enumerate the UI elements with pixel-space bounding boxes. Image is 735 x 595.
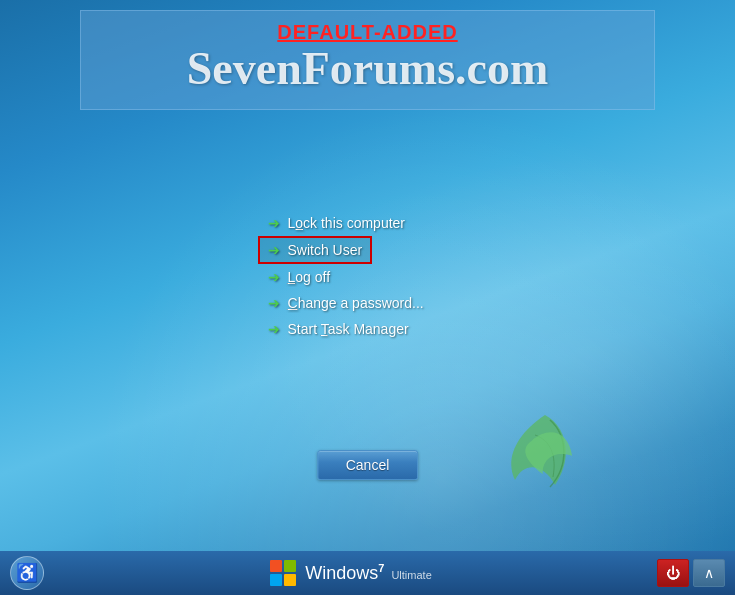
leaf-decoration: [495, 405, 575, 495]
task-manager-label: Start Task Manager: [288, 321, 409, 337]
accessibility-button[interactable]: ♿: [10, 556, 44, 590]
windows-label: Windows: [305, 563, 378, 583]
arrow-icon-password: ➔: [268, 295, 280, 311]
menu-container: ➔ Lock this computer ➔ Switch User ➔ Log…: [258, 210, 478, 342]
arrow-icon-taskman: ➔: [268, 321, 280, 337]
taskbar: ♿ Windows7 Ultimate ⏻ ∧: [0, 551, 735, 595]
svg-rect-2: [270, 574, 282, 586]
windows-logo: [269, 559, 297, 587]
chevron-up-icon: ∧: [704, 565, 714, 581]
menu-item-change-password[interactable]: ➔ Change a password...: [258, 290, 434, 316]
watermark-banner: DEFAULT-ADDED SevenForums.com: [80, 10, 655, 110]
windows-wordmark: Windows7 Ultimate: [305, 562, 432, 584]
taskbar-left: ♿: [10, 556, 44, 590]
arrow-icon-switch: ➔: [268, 242, 280, 258]
watermark-title: DEFAULT-ADDED: [101, 21, 634, 44]
watermark-site: SevenForums.com: [101, 44, 634, 95]
svg-rect-1: [284, 560, 296, 572]
svg-rect-0: [270, 560, 282, 572]
windows-edition: Ultimate: [391, 569, 431, 581]
power-button[interactable]: ⏻: [657, 559, 689, 587]
menu-item-lock[interactable]: ➔ Lock this computer: [258, 210, 416, 236]
taskbar-right: ⏻ ∧: [657, 559, 725, 587]
change-password-label: Change a password...: [288, 295, 424, 311]
svg-rect-3: [284, 574, 296, 586]
lock-label: Lock this computer: [288, 215, 406, 231]
menu-item-task-manager[interactable]: ➔ Start Task Manager: [258, 316, 419, 342]
logoff-label: Log off: [288, 269, 331, 285]
menu-item-logoff[interactable]: ➔ Log off: [258, 264, 341, 290]
chevron-button[interactable]: ∧: [693, 559, 725, 587]
menu-item-switch-user[interactable]: ➔ Switch User: [258, 236, 373, 264]
arrow-icon-lock: ➔: [268, 215, 280, 231]
arrow-icon-logoff: ➔: [268, 269, 280, 285]
cancel-button[interactable]: Cancel: [317, 450, 419, 480]
switch-user-label: Switch User: [288, 242, 363, 258]
taskbar-center: Windows7 Ultimate: [269, 559, 432, 587]
accessibility-icon: ♿: [16, 562, 38, 584]
power-icon: ⏻: [666, 565, 680, 581]
